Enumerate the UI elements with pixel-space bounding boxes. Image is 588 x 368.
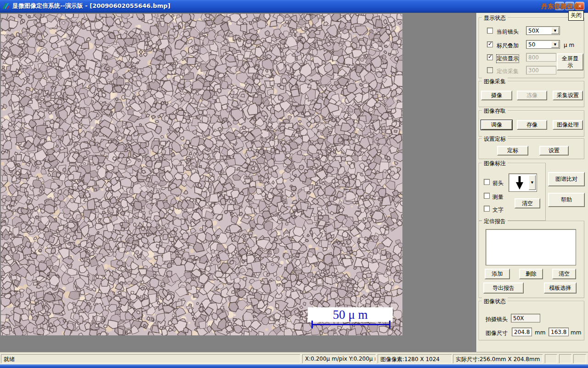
- status-empty-3: [573, 354, 586, 363]
- status-actual-size: 实际尺寸:256.0mm X 204.8mm: [453, 354, 543, 363]
- calibrate-button[interactable]: 定标: [497, 146, 528, 155]
- measure-checkbox[interactable]: [484, 193, 490, 199]
- check-icon: ✓: [488, 53, 492, 60]
- text-label: 文字: [492, 206, 503, 214]
- image-size-label: 图像尺寸: [486, 329, 508, 337]
- fixed-display-input[interactable]: 800: [526, 53, 556, 62]
- display-status-group: 显示状态 当前镜头 50X ▼ ✓ 标尺叠加 50 ▼ μ m ✓ 定倍显示 8…: [479, 17, 584, 78]
- shoot-lens-value: 50X: [511, 314, 540, 322]
- storage-group: 图像存取 调像 存像 图像处理: [479, 110, 584, 137]
- title-bar: 显微图像定倍系统--演示版 - [20090602055646.bmp] _ ❐…: [0, 0, 588, 12]
- current-lens-checkbox[interactable]: [487, 28, 493, 34]
- scale-overlay-checkbox[interactable]: ✓: [487, 41, 493, 47]
- fixed-capture-checkbox[interactable]: [487, 67, 493, 73]
- control-panel: 显示状态 当前镜头 50X ▼ ✓ 标尺叠加 50 ▼ μ m ✓ 定倍显示 8…: [476, 13, 588, 352]
- scale-overlay-combo[interactable]: 50 ▼: [526, 40, 560, 49]
- close-tooltip: 关闭: [568, 11, 584, 21]
- image-status-title: 图像状态: [482, 298, 508, 305]
- current-lens-value: 50X: [528, 28, 539, 34]
- restore-button[interactable]: ❐: [565, 2, 574, 10]
- scalebar-tick-right: [389, 321, 390, 328]
- capture-group: 图像采集 摄像 冻像 采集设置: [479, 81, 584, 107]
- scalebar-text: 50 μ m: [333, 308, 368, 322]
- fixed-capture-input[interactable]: 300: [526, 66, 556, 75]
- scalebar-tick-left: [311, 321, 313, 328]
- display-status-title: 显示状态: [482, 14, 508, 22]
- help-button[interactable]: 帮助: [548, 193, 585, 207]
- save-image-button[interactable]: 存像: [517, 120, 547, 130]
- fixed-capture-label: 定倍采集: [497, 68, 519, 75]
- capture-title: 图像采集: [482, 78, 508, 86]
- storage-title: 图像存取: [482, 107, 508, 115]
- scalebar-label-box: 50 μ m: [308, 307, 393, 322]
- image-status-group: 图像状态 拍摄镜头 50X 图像尺寸 204.8 mm 163.8 mm: [479, 301, 584, 340]
- export-report-button[interactable]: 导出报告: [483, 282, 524, 293]
- arrow-style-combo[interactable]: ▼: [509, 173, 537, 192]
- report-group: 定倍报告 添加 删除 清空 导出报告 模板选择: [479, 221, 584, 298]
- report-listbox[interactable]: [486, 229, 576, 265]
- measure-label: 测量: [492, 193, 503, 201]
- close-icon: ✕: [578, 4, 582, 9]
- shoot-button[interactable]: 摄像: [481, 91, 512, 100]
- chevron-down-icon[interactable]: ▼: [551, 41, 559, 48]
- calibration-title: 设置定标: [482, 135, 508, 143]
- text-checkbox[interactable]: [484, 206, 490, 212]
- chevron-down-icon[interactable]: ▼: [551, 27, 559, 34]
- window-controls: _ ❐ ✕: [555, 2, 584, 10]
- image-height-value: 163.8: [548, 328, 569, 336]
- micrograph-canvas[interactable]: [1, 14, 402, 335]
- fixed-display-label: 定倍显示: [497, 55, 519, 63]
- annotation-group: 图像标注 箭头 ▼ 测量 清空 文字: [479, 163, 546, 221]
- process-image-button[interactable]: 图像处理: [553, 120, 583, 130]
- image-viewport: 50 μ m: [0, 13, 476, 352]
- current-lens-combo[interactable]: 50X ▼: [526, 26, 560, 35]
- status-empty-1: [545, 354, 557, 363]
- status-ready: 就绪: [1, 354, 300, 363]
- app-icon: [2, 2, 10, 10]
- down-arrow-icon: [514, 176, 525, 190]
- chevron-down-icon[interactable]: ▼: [529, 175, 536, 190]
- width-unit-label: mm: [535, 329, 545, 336]
- template-select-button[interactable]: 模板选择: [544, 282, 577, 293]
- status-pixels: 图像像素:1280 X 1024: [378, 354, 452, 363]
- clear-annotation-button[interactable]: 清空: [514, 198, 540, 208]
- restore-icon: ❐: [568, 4, 572, 9]
- app-window: 显微图像定倍系统--演示版 - [20090602055646.bmp] _ ❐…: [0, 0, 588, 368]
- report-title: 定倍报告: [482, 218, 508, 225]
- status-resolution: X:0.200μ m/pix Y:0.200μ m/pix: [302, 354, 376, 363]
- scalebar-line: [311, 324, 390, 325]
- status-bar: 就绪 X:0.200μ m/pix Y:0.200μ m/pix 图像像素:12…: [0, 352, 588, 364]
- scale-overlay-label: 标尺叠加: [497, 42, 519, 50]
- atlas-compare-button[interactable]: 图谱比对: [548, 172, 585, 186]
- shoot-lens-label: 拍摄镜头: [486, 316, 508, 323]
- height-unit-label: mm: [571, 329, 581, 336]
- scale-overlay-value: 50: [528, 41, 535, 48]
- minimize-icon: _: [559, 4, 561, 9]
- report-delete-button[interactable]: 删除: [519, 269, 543, 279]
- close-button[interactable]: ✕: [575, 2, 584, 10]
- calibration-group: 设置定标 定标 设置: [479, 138, 584, 159]
- fixed-display-checkbox[interactable]: ✓: [487, 54, 493, 60]
- arrow-checkbox[interactable]: [484, 179, 490, 185]
- scale-unit-label: μ m: [564, 42, 574, 48]
- report-add-button[interactable]: 添加: [485, 269, 510, 279]
- load-image-button[interactable]: 调像: [481, 120, 512, 130]
- report-clear-button[interactable]: 清空: [552, 269, 576, 279]
- freeze-button[interactable]: 冻像: [517, 91, 547, 100]
- calibration-setup-button[interactable]: 设置: [539, 146, 569, 155]
- status-empty-2: [559, 354, 571, 363]
- check-icon: ✓: [488, 40, 492, 47]
- annotation-title: 图像标注: [482, 160, 508, 167]
- arrow-label: 箭头: [492, 179, 503, 187]
- minimize-button[interactable]: _: [555, 2, 564, 10]
- current-lens-label: 当前镜头: [497, 28, 519, 36]
- image-width-value: 204.8: [512, 328, 532, 336]
- fullscreen-button[interactable]: 全屏显示: [557, 53, 583, 70]
- capture-settings-button[interactable]: 采集设置: [553, 91, 583, 100]
- taskbar-edge: [0, 364, 588, 368]
- window-title: 显微图像定倍系统--演示版 - [20090602055646.bmp]: [12, 2, 170, 10]
